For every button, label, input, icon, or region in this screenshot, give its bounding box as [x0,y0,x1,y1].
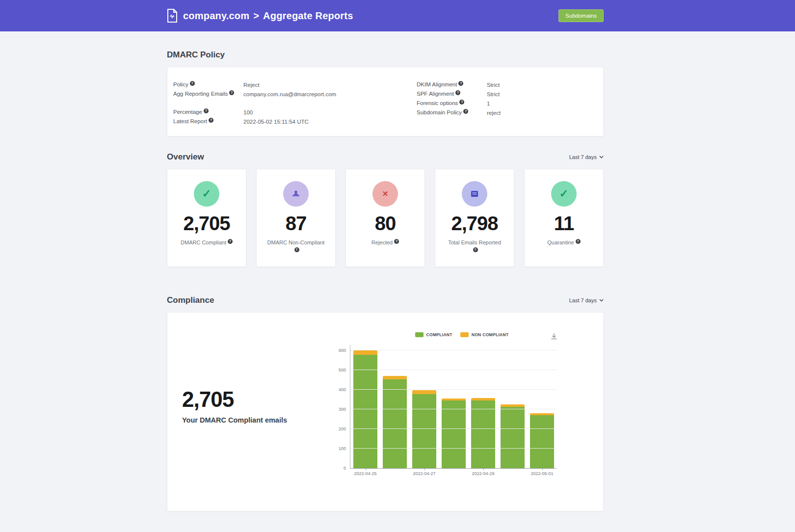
x-icon: ✕ [382,189,389,198]
legend-item-compliant[interactable]: COMPLIANT [415,332,452,337]
gridline [350,350,556,350]
stat-label: Rejected [371,239,393,245]
card-dmarc-compliant: ✓ 2,705 DMARC Compliant? [167,169,246,267]
y-tick-label: 500 [339,368,346,372]
stat-circle: ✓ [194,181,219,207]
compliance-chart: COMPLIANT NON COMPLIANT 0100200300400500… [334,332,570,469]
bar-segment-noncompliant [383,376,407,379]
bar-2022-04-25 [353,350,377,468]
info-icon[interactable]: ? [228,239,233,244]
overview-range-selector[interactable]: Last 7 days [569,154,604,160]
dmarc-policy-heading: DMARC Policy [167,31,604,60]
stat-value: 2,798 [435,213,514,235]
subdomains-button[interactable]: Subdomains [558,9,604,22]
overview-heading: Overview [167,152,204,162]
check-icon: ✓ [559,187,568,200]
overview-range-label: Last 7 days [569,154,597,160]
x-tick-label: 2022-04-29 [472,471,494,476]
y-tick-label: 200 [339,426,346,431]
card-dmarc-non-compliant: 87 DMARC Non-Compliant? [256,169,336,267]
policy-field-forensic-options: Forensic options? 1 [417,99,501,108]
info-icon[interactable]: ? [229,90,234,95]
stat-value: 11 [525,213,603,235]
card-rejected: ✕ 80 Rejected? [345,169,425,267]
policy-value: 100 [243,109,253,115]
bar-2022-05-01 [530,413,554,468]
policy-value: company.com.rua@dmarcreport.com [243,91,336,97]
policy-label: Latest Report [173,118,207,124]
policy-label: Percentage [173,109,202,115]
x-tick-label: 2022-04-27 [413,471,435,476]
policy-field-policy: Policy? Reject [173,80,336,89]
bar-segment-compliant [412,394,436,468]
policy-value: 1 [487,101,490,106]
compliance-range-label: Last 7 days [569,297,597,303]
imposter-icon [291,189,301,198]
policy-label: DKIM Alignment [417,81,457,87]
compliant-swatch [415,332,424,337]
y-tick-label: 300 [339,407,346,412]
stat-label: DMARC Compliant [181,239,226,245]
compliant-total: 2,705 [182,387,287,412]
info-icon[interactable]: ? [204,108,209,113]
stat-circle: ✓ [551,181,577,207]
breadcrumb: company.com > Aggregate Reports [183,10,353,22]
info-icon[interactable]: ? [209,118,213,123]
info-icon[interactable]: ? [394,239,399,244]
policy-label: Agg Reporting Emails [173,91,228,97]
policy-label: Subdomain Policy [417,109,462,115]
policy-column-right: DKIM Alignment? Strict SPF Alignment? St… [417,80,501,117]
stat-value: 87 [257,213,335,235]
card-quarantine: ✓ 11 Quarantine? [524,169,604,267]
policy-field-percentage: Percentage? 100 [173,107,336,117]
info-icon[interactable]: ? [576,239,581,244]
info-icon[interactable]: ? [473,247,478,252]
report-document-icon [167,9,178,23]
info-icon[interactable]: ? [463,109,468,114]
y-tick-label: 0 [344,466,346,471]
y-tick-label: 600 [339,348,346,353]
info-icon[interactable]: ? [458,81,463,86]
x-tick-mark [366,468,366,470]
stat-circle [462,181,487,207]
gridline [350,409,556,409]
bar-2022-04-27 [412,390,436,468]
bar-segment-noncompliant [412,390,436,394]
compliance-card: 2,705 Your DMARC Compliant emails COMPLI… [167,312,604,511]
chart-y-axis: 0100200300400500600 [334,345,350,469]
x-tick-mark [424,468,425,470]
policy-value: 2022-05-02 15:11:54 UTC [243,119,309,125]
info-icon[interactable]: ? [294,247,299,252]
legend-item-non-compliant[interactable]: NON COMPLIANT [460,332,509,337]
info-icon[interactable]: ? [455,90,460,95]
x-tick-label: 2022-04-25 [354,471,376,476]
report-icon [471,190,478,197]
bar-segment-compliant [353,355,377,468]
main-content: DMARC Policy Policy? Reject Agg Reportin… [167,31,604,511]
chevron-down-icon [599,299,604,302]
policy-label: SPF Alignment [417,91,454,97]
compliance-range-selector[interactable]: Last 7 days [569,297,604,303]
card-total-emails-reported: 2,798 Total Emails Reported? [435,169,514,267]
gridline [350,448,556,449]
compliant-total-label: Your DMARC Compliant emails [182,416,287,424]
info-icon[interactable]: ? [190,81,195,86]
policy-label: Policy [173,81,188,87]
stat-circle [283,181,309,207]
x-tick-label: 2022-05-01 [530,471,553,476]
stat-label: DMARC Non-Compliant [267,239,325,245]
noncompliant-swatch [460,332,469,337]
info-icon[interactable]: ? [459,100,464,105]
stat-label: Total Emails Reported [448,239,501,245]
stat-value: 80 [346,213,424,235]
compliance-summary: 2,705 Your DMARC Compliant emails [182,387,287,424]
gridline [350,389,556,390]
stat-circle: ✕ [372,181,398,207]
compliance-heading: Compliance [167,295,214,305]
policy-value: Strict [487,91,500,97]
policy-value: Reject [243,82,260,88]
chart-plot: 2022-04-252022-04-272022-04-292022-05-01 [350,345,556,469]
chart-legend: COMPLIANT NON COMPLIANT [354,332,570,337]
dmarc-policy-card: Policy? Reject Agg Reporting Emails? com… [167,67,604,136]
bar-2022-04-30 [501,404,525,468]
